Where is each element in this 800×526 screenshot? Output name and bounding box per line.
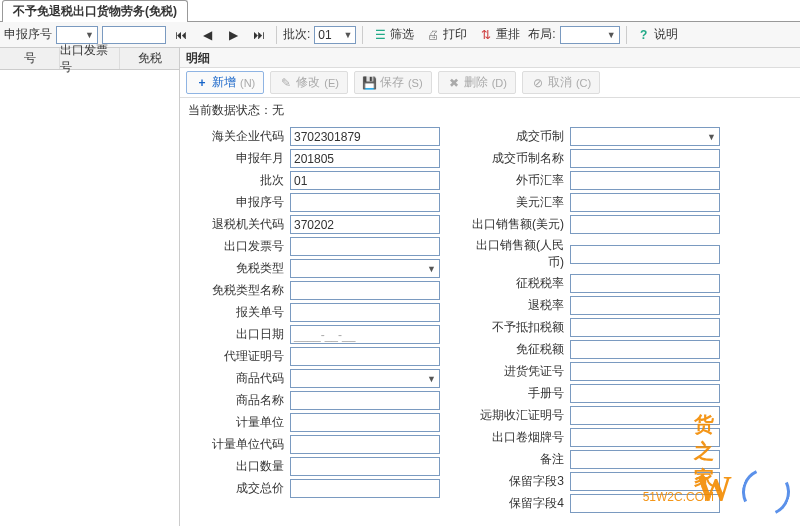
field-input[interactable]: 370202 bbox=[290, 215, 440, 234]
last-page-button[interactable]: ⏭ bbox=[248, 27, 270, 43]
form-row: 远期收汇证明号 bbox=[470, 406, 720, 425]
layout-dropdown[interactable]: ▼ bbox=[560, 26, 620, 44]
form-row: 不予抵扣税额 bbox=[470, 318, 720, 337]
form-row: 出口数量 bbox=[190, 457, 440, 476]
main-toolbar: 申报序号 ▼ ⏮ ◀ ▶ ⏭ 批次: 01▼ ☰筛选 🖨打印 ⇅重排 布局: ▼… bbox=[0, 22, 800, 48]
field-input[interactable] bbox=[570, 215, 720, 234]
cancel-button[interactable]: ⊘取消(C) bbox=[522, 71, 600, 94]
print-icon: 🖨 bbox=[426, 28, 440, 42]
field-input[interactable] bbox=[570, 149, 720, 168]
field-input[interactable] bbox=[570, 274, 720, 293]
next-page-button[interactable]: ▶ bbox=[222, 27, 244, 43]
delete-button[interactable]: ✖删除(D) bbox=[438, 71, 516, 94]
field-label: 退税率 bbox=[470, 297, 570, 314]
field-input[interactable] bbox=[290, 347, 440, 366]
edit-icon: ✎ bbox=[279, 76, 293, 90]
form-row: 退税机关代码370202 bbox=[190, 215, 440, 234]
status-bar: 当前数据状态：无 bbox=[180, 98, 800, 123]
field-label: 计量单位代码 bbox=[190, 436, 290, 453]
batch-dropdown[interactable]: 01▼ bbox=[314, 26, 356, 44]
field-label: 成交总价 bbox=[190, 480, 290, 497]
field-input[interactable] bbox=[290, 391, 440, 410]
field-input[interactable]: 01 bbox=[290, 171, 440, 190]
cancel-icon: ⊘ bbox=[531, 76, 545, 90]
form-row: 保留字段4 bbox=[470, 494, 720, 513]
field-input[interactable] bbox=[570, 384, 720, 403]
field-label: 商品代码 bbox=[190, 370, 290, 387]
chevron-down-icon: ▼ bbox=[424, 264, 436, 274]
form-column-left: 海关企业代码3702301879申报年月201805批次01申报序号退税机关代码… bbox=[190, 127, 440, 513]
field-label: 保留字段4 bbox=[470, 495, 570, 512]
active-tab[interactable]: 不予免退税出口货物劳务(免税) bbox=[2, 0, 188, 22]
field-input[interactable] bbox=[570, 296, 720, 315]
field-input[interactable] bbox=[570, 428, 720, 447]
field-input[interactable] bbox=[290, 281, 440, 300]
field-label: 批次 bbox=[190, 172, 290, 189]
field-label: 退税机关代码 bbox=[190, 216, 290, 233]
form-row: 报关单号 bbox=[190, 303, 440, 322]
seq-label: 申报序号 bbox=[4, 26, 52, 43]
edit-button[interactable]: ✎修改(E) bbox=[270, 71, 348, 94]
field-input[interactable]: ▼ bbox=[290, 259, 440, 278]
field-input[interactable] bbox=[290, 193, 440, 212]
field-input[interactable] bbox=[570, 472, 720, 491]
field-input[interactable] bbox=[570, 245, 720, 264]
form-row: 保留字段3 bbox=[470, 472, 720, 491]
first-page-button[interactable]: ⏮ bbox=[170, 27, 192, 43]
field-label: 免税类型 bbox=[190, 260, 290, 277]
form-row: 免税类型▼ bbox=[190, 259, 440, 278]
field-label: 成交币制 bbox=[470, 128, 570, 145]
field-label: 备注 bbox=[470, 451, 570, 468]
form-row: 成交币制▼ bbox=[470, 127, 720, 146]
last-icon: ⏭ bbox=[252, 28, 266, 42]
field-input[interactable] bbox=[290, 237, 440, 256]
field-label: 美元汇率 bbox=[470, 194, 570, 211]
field-input[interactable] bbox=[570, 362, 720, 381]
form-row: 成交总价 bbox=[190, 479, 440, 498]
field-input[interactable] bbox=[290, 413, 440, 432]
prev-page-button[interactable]: ◀ bbox=[196, 27, 218, 43]
field-input[interactable]: 201805 bbox=[290, 149, 440, 168]
field-input[interactable] bbox=[570, 193, 720, 212]
form-row: 申报年月201805 bbox=[190, 149, 440, 168]
field-input[interactable] bbox=[570, 340, 720, 359]
field-input[interactable] bbox=[570, 171, 720, 190]
field-input[interactable]: ▼ bbox=[290, 369, 440, 388]
field-label: 出口数量 bbox=[190, 458, 290, 475]
field-input[interactable] bbox=[290, 479, 440, 498]
print-label: 打印 bbox=[443, 26, 467, 43]
field-input[interactable] bbox=[570, 494, 720, 513]
filter-label: 筛选 bbox=[390, 26, 414, 43]
field-input[interactable]: ____-__-__ bbox=[290, 325, 440, 344]
add-button[interactable]: +新增(N) bbox=[186, 71, 264, 94]
field-input[interactable] bbox=[290, 435, 440, 454]
field-label: 报关单号 bbox=[190, 304, 290, 321]
field-value: 3702301879 bbox=[294, 130, 361, 144]
field-value: ____-__-__ bbox=[294, 328, 355, 342]
form-row: 海关企业代码3702301879 bbox=[190, 127, 440, 146]
content-area: 号 出口发票号 免税 明细 +新增(N) ✎修改(E) 💾保存(S) ✖删除(D… bbox=[0, 48, 800, 526]
field-input[interactable]: 3702301879 bbox=[290, 127, 440, 146]
field-input[interactable] bbox=[570, 450, 720, 469]
field-input[interactable] bbox=[570, 318, 720, 337]
form-row: 出口销售额(美元) bbox=[470, 215, 720, 234]
batch-value: 01 bbox=[318, 28, 331, 42]
form-row: 代理证明号 bbox=[190, 347, 440, 366]
field-label: 不予抵扣税额 bbox=[470, 319, 570, 336]
form-area: 海关企业代码3702301879申报年月201805批次01申报序号退税机关代码… bbox=[180, 123, 800, 526]
save-button[interactable]: 💾保存(S) bbox=[354, 71, 432, 94]
field-input[interactable] bbox=[570, 406, 720, 425]
help-icon: ? bbox=[637, 28, 651, 42]
detail-toolbar: +新增(N) ✎修改(E) 💾保存(S) ✖删除(D) ⊘取消(C) bbox=[180, 68, 800, 98]
field-label: 申报年月 bbox=[190, 150, 290, 167]
chevron-down-icon: ▼ bbox=[424, 374, 436, 384]
field-input[interactable]: ▼ bbox=[570, 127, 720, 146]
print-button[interactable]: 🖨打印 bbox=[422, 25, 471, 44]
form-row: 退税率 bbox=[470, 296, 720, 315]
filter-button[interactable]: ☰筛选 bbox=[369, 25, 418, 44]
rearrange-button[interactable]: ⇅重排 bbox=[475, 25, 524, 44]
help-button[interactable]: ?说明 bbox=[633, 25, 682, 44]
help-label: 说明 bbox=[654, 26, 678, 43]
field-input[interactable] bbox=[290, 303, 440, 322]
field-input[interactable] bbox=[290, 457, 440, 476]
